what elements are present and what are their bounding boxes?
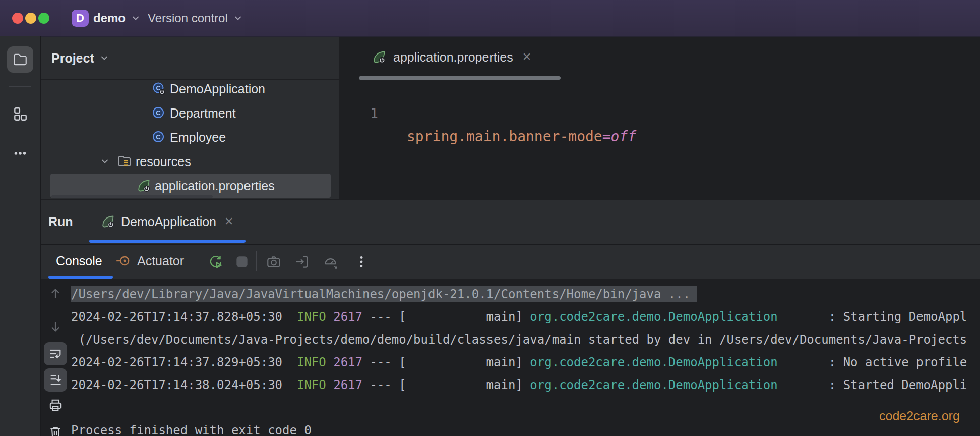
editor-tab-underline	[359, 76, 561, 80]
class-icon: C	[152, 130, 165, 143]
tree-item-label: DemoApplication	[170, 77, 265, 101]
chevron-down-icon	[99, 53, 109, 63]
chevron-down-icon	[233, 13, 243, 23]
folder-icon	[12, 51, 28, 68]
macos-zoom-button[interactable]	[38, 13, 49, 24]
run-tool-window: Run DemoApplication ✕ Console Actuator	[41, 200, 980, 436]
svg-text:C: C	[156, 133, 161, 141]
soft-wrap-icon	[48, 347, 63, 361]
editor-tab-label: application.properties	[393, 50, 513, 65]
console-lines[interactable]: /Users/dev/Library/Java/JavaVirtualMachi…	[71, 283, 980, 436]
close-icon[interactable]: ✕	[520, 50, 533, 64]
kebab-icon	[353, 254, 370, 270]
spring-boot-class-icon: C	[152, 82, 166, 96]
console-line: /Users/dev/Library/Java/JavaVirtualMachi…	[71, 283, 980, 306]
tab-actuator[interactable]: Actuator	[112, 245, 187, 277]
project-panel-header[interactable]: Project	[51, 37, 109, 79]
stop-icon	[234, 254, 250, 270]
close-icon[interactable]: ✕	[222, 215, 235, 228]
project-tool-window-button[interactable]	[7, 46, 33, 73]
property-value: off	[611, 128, 637, 145]
stripe-divider	[9, 86, 31, 87]
code-text: spring.main.banner-mode=off	[407, 125, 636, 148]
project-avatar: D	[72, 10, 89, 27]
exit-icon	[294, 254, 310, 270]
tree-item-label: resources	[136, 149, 191, 174]
property-separator: =	[602, 128, 611, 145]
tree-item-demoapplication[interactable]: CDemoApplication	[41, 77, 339, 101]
run-header: Run DemoApplication ✕	[41, 200, 980, 245]
project-widget[interactable]: demo	[93, 0, 141, 36]
console-line: 2024-02-26T17:14:37.828+05:30 INFO 2617 …	[71, 306, 980, 329]
tab-console[interactable]: Console	[48, 245, 110, 277]
tree-item-department[interactable]: CDepartment	[41, 101, 339, 125]
console-line	[71, 397, 980, 419]
exit-button[interactable]	[293, 253, 311, 270]
scroll-down-button[interactable]	[44, 315, 67, 338]
more-actions-button[interactable]	[353, 253, 370, 270]
editor[interactable]: application.properties ✕ 1 spring.main.b…	[340, 37, 980, 199]
soft-wrap-button[interactable]	[44, 342, 67, 365]
actuator-icon	[115, 253, 131, 269]
thread-dump-button[interactable]	[265, 253, 282, 270]
resources-folder-icon	[117, 154, 132, 168]
camera-icon	[266, 254, 282, 270]
chevron-down-icon	[131, 13, 141, 23]
console-line: 2024-02-26T17:14:38.024+05:30 INFO 2617 …	[71, 374, 980, 397]
vcs-widget-label: Version control	[148, 11, 228, 25]
tree-item-label: application.properties	[155, 174, 275, 198]
structure-icon	[12, 106, 28, 122]
console-selected-line: /Users/dev/Library/Java/JavaVirtualMachi…	[71, 286, 697, 302]
scroll-to-end-button[interactable]	[44, 368, 67, 392]
stop-button[interactable]	[233, 253, 251, 270]
print-button[interactable]	[44, 394, 67, 417]
tree-item-label: Employee	[170, 125, 226, 149]
gauge-icon	[322, 254, 338, 270]
more-tool-windows-button[interactable]	[7, 140, 33, 167]
class-icon: C	[152, 106, 165, 119]
toolbar-divider	[256, 251, 257, 271]
spring-properties-icon	[137, 179, 151, 193]
selected-tab-underline	[89, 240, 246, 243]
code-line[interactable]: 1 spring.main.banner-mode=off	[340, 80, 980, 102]
tree-item-application-properties[interactable]: application.properties	[50, 174, 331, 198]
tool-window-stripe	[0, 36, 41, 436]
run-tab-demoapplication[interactable]: DemoApplication ✕	[92, 200, 244, 243]
up-arrow-icon	[48, 286, 63, 301]
console-toolbar: Console Actuator	[41, 245, 980, 279]
project-widget-label: demo	[93, 11, 126, 25]
console-line: 2024-02-26T17:14:37.829+05:30 INFO 2617 …	[71, 351, 980, 374]
project-panel-title: Project	[51, 51, 94, 66]
down-arrow-icon	[48, 319, 63, 334]
horizontal-scrollbar[interactable]	[51, 195, 213, 198]
console-tab-underline	[48, 276, 113, 279]
project-panel: Project CDemoApplicationCDepartmentCEmpl…	[41, 37, 339, 199]
editor-tab-application-properties[interactable]: application.properties ✕	[359, 37, 546, 77]
rerun-button[interactable]	[207, 253, 224, 270]
more-icon	[12, 145, 28, 161]
clear-all-button[interactable]	[44, 420, 67, 436]
console-line: Process finished with exit code 0	[71, 419, 980, 436]
trash-icon	[48, 424, 63, 436]
macos-minimize-button[interactable]	[25, 13, 36, 24]
macos-close-button[interactable]	[12, 13, 23, 24]
scroll-up-button[interactable]	[44, 282, 67, 305]
ide-window: D demo Version control	[0, 0, 980, 436]
spring-properties-icon	[372, 50, 386, 64]
watermark: code2care.org	[879, 409, 960, 423]
rerun-icon	[208, 254, 224, 270]
chevron-down-icon[interactable]	[100, 156, 110, 167]
structure-tool-window-button[interactable]	[7, 101, 33, 127]
vcs-widget[interactable]: Version control	[148, 0, 243, 36]
tree-item-resources[interactable]: resources	[41, 149, 339, 174]
line-number: 1	[350, 102, 378, 125]
console-line: (/Users/dev/Documents/Java-Projects/demo…	[71, 329, 980, 351]
actuator-tab-label: Actuator	[137, 254, 184, 268]
titlebar: D demo Version control	[0, 0, 980, 37]
tree-item-label: Department	[170, 101, 236, 125]
tree-item-employee[interactable]: CEmployee	[41, 125, 339, 149]
scroll-to-end-icon	[48, 373, 63, 387]
spring-leaf-icon	[101, 214, 115, 229]
gauge-button[interactable]	[322, 253, 339, 270]
svg-text:C: C	[156, 109, 161, 117]
